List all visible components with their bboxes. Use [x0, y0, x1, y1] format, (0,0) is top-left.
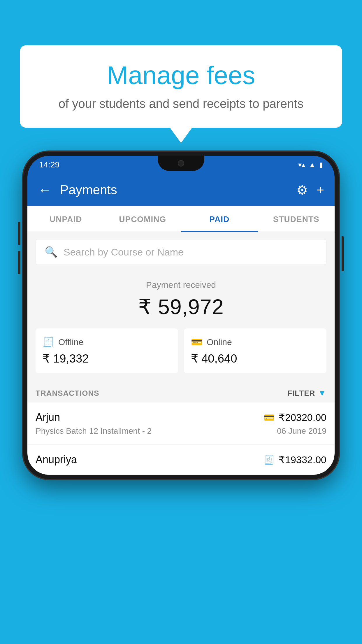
notch — [158, 156, 204, 171]
payment-total-amount: ₹ 59,972 — [36, 295, 326, 319]
phone-container: 14:29 ▾▴ ▲ ▮ ← Payments ⚙ + — [23, 152, 339, 479]
search-placeholder: Search by Course or Name — [64, 246, 184, 258]
table-row[interactable]: Arjun 💳 ₹20320.00 Physics Batch 12 Insta… — [27, 402, 335, 445]
phone-screen: 14:29 ▾▴ ▲ ▮ ← Payments ⚙ + — [27, 156, 335, 475]
camera — [178, 160, 184, 167]
transactions-header: TRANSACTIONS FILTER ▼ — [27, 383, 335, 402]
online-card: 💳 Online ₹ 40,640 — [184, 328, 326, 373]
transaction-name-2: Anupriya — [36, 454, 77, 466]
transaction-name-1: Arjun — [36, 411, 60, 424]
payment-cards: 🧾 Offline ₹ 19,332 💳 Online ₹ 40,640 — [27, 328, 335, 383]
phone: 14:29 ▾▴ ▲ ▮ ← Payments ⚙ + — [23, 152, 339, 479]
battery-icon: ▮ — [319, 161, 323, 169]
transaction-amount-wrap-2: 🧾 ₹19332.00 — [264, 454, 326, 466]
transaction-top-1: Arjun 💳 ₹20320.00 — [36, 411, 326, 424]
tab-students[interactable]: STUDENTS — [258, 206, 335, 232]
offline-card: 🧾 Offline ₹ 19,332 — [36, 328, 178, 373]
status-time: 14:29 — [39, 160, 59, 169]
volume-down-button — [18, 251, 20, 274]
app-bar-title: Payments — [60, 183, 296, 197]
payment-summary: Payment received ₹ 59,972 — [27, 272, 335, 328]
speech-bubble: Manage fees of your students and send re… — [20, 45, 342, 128]
search-icon: 🔍 — [45, 246, 58, 258]
search-bar[interactable]: 🔍 Search by Course or Name — [36, 239, 326, 265]
transactions-label: TRANSACTIONS — [36, 389, 99, 398]
tab-paid[interactable]: PAID — [181, 206, 258, 232]
offline-label: Offline — [58, 337, 83, 347]
offline-payment-icon-2: 🧾 — [264, 455, 275, 465]
signal-icon: ▲ — [309, 161, 316, 169]
volume-up-button — [18, 222, 20, 245]
offline-icon: 🧾 — [43, 337, 54, 348]
transaction-amount-2: ₹19332.00 — [279, 454, 326, 466]
back-button[interactable]: ← — [38, 182, 52, 198]
power-button — [342, 236, 344, 271]
speech-bubble-container: Manage fees of your students and send re… — [20, 45, 342, 128]
transaction-amount-1: ₹20320.00 — [279, 412, 326, 423]
tab-upcoming[interactable]: UPCOMING — [104, 206, 181, 232]
online-payment-icon-1: 💳 — [264, 412, 275, 423]
wifi-icon: ▾▴ — [298, 161, 305, 169]
filter-label: FILTER — [287, 389, 315, 398]
transaction-bottom-1: Physics Batch 12 Installment - 2 06 June… — [36, 426, 326, 436]
offline-card-header: 🧾 Offline — [43, 337, 171, 348]
table-row[interactable]: Anupriya 🧾 ₹19332.00 — [27, 445, 335, 475]
app-bar: ← Payments ⚙ + — [27, 174, 335, 206]
online-label: Online — [207, 337, 232, 347]
tabs: UNPAID UPCOMING PAID STUDENTS — [27, 206, 335, 232]
search-container: 🔍 Search by Course or Name — [27, 232, 335, 272]
status-icons: ▾▴ ▲ ▮ — [298, 161, 323, 169]
transaction-date-1: 06 June 2019 — [277, 426, 326, 436]
transaction-top-2: Anupriya 🧾 ₹19332.00 — [36, 454, 326, 466]
online-icon: 💳 — [191, 337, 203, 348]
transaction-amount-wrap-1: 💳 ₹20320.00 — [264, 412, 326, 423]
bubble-title: Manage fees — [37, 61, 325, 90]
filter-icon: ▼ — [318, 388, 326, 398]
phone-wrapper: 14:29 ▾▴ ▲ ▮ ← Payments ⚙ + — [23, 152, 339, 479]
online-amount: ₹ 40,640 — [191, 352, 319, 365]
settings-icon[interactable]: ⚙ — [296, 183, 308, 197]
filter-button[interactable]: FILTER ▼ — [287, 388, 326, 398]
app-bar-actions: ⚙ + — [296, 183, 324, 197]
add-icon[interactable]: + — [317, 183, 324, 197]
offline-amount: ₹ 19,332 — [43, 352, 171, 365]
transaction-course-1: Physics Batch 12 Installment - 2 — [36, 426, 152, 436]
online-card-header: 💳 Online — [191, 337, 319, 348]
payment-received-label: Payment received — [36, 280, 326, 290]
tab-unpaid[interactable]: UNPAID — [27, 206, 104, 232]
bubble-subtitle: of your students and send receipts to pa… — [37, 96, 325, 112]
